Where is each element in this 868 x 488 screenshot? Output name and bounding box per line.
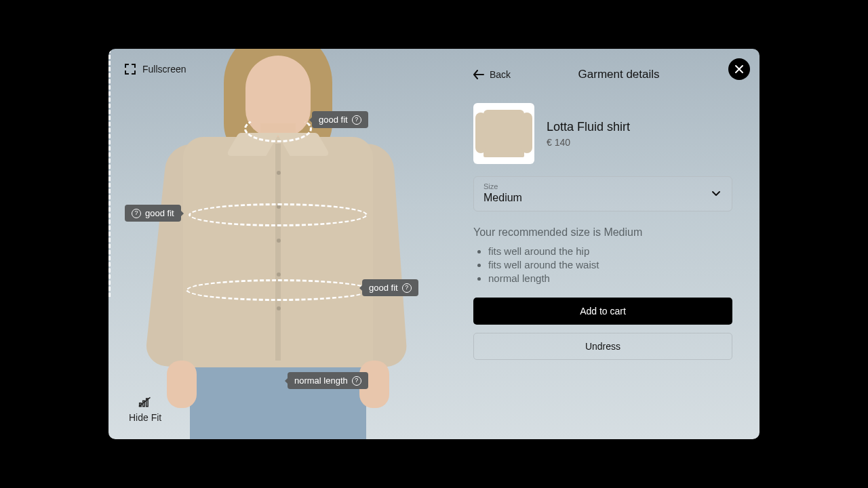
shirt-button-dot: [277, 272, 281, 277]
add-to-cart-button[interactable]: Add to cart: [473, 298, 732, 325]
garment-details-panel: Back Garment details Lotta Fluid shirt €…: [446, 49, 760, 439]
undress-label: Undress: [585, 341, 620, 352]
hide-fit-icon: [138, 396, 152, 408]
shirt-button-dot: [277, 239, 281, 243]
product-name: Lotta Fluid shirt: [547, 120, 630, 134]
fit-notes-list: fits well around the hip fits well aroun…: [488, 245, 732, 284]
help-icon[interactable]: ?: [352, 376, 361, 386]
fit-note: fits well around the hip: [488, 245, 732, 257]
fit-overlay-neck: [244, 115, 312, 142]
size-field-value: Medium: [484, 192, 722, 204]
fullscreen-icon: [125, 64, 136, 75]
fit-badge-length[interactable]: normal length ?: [288, 372, 368, 389]
fit-overlay-length: [108, 49, 111, 297]
fit-badge-label: normal length: [294, 375, 348, 386]
fit-overlay-waist: [186, 279, 370, 301]
panel-title: Garment details: [519, 68, 732, 81]
add-to-cart-label: Add to cart: [580, 306, 626, 317]
back-button[interactable]: Back: [473, 69, 511, 80]
model-preview: good fit ? ? good fit good fit ? normal …: [108, 49, 434, 439]
product-summary: Lotta Fluid shirt € 140: [473, 103, 732, 164]
product-price: € 140: [547, 137, 630, 148]
fit-badge-neck[interactable]: good fit ?: [312, 111, 368, 128]
help-icon[interactable]: ?: [402, 283, 412, 293]
fit-badge-label: good fit: [145, 208, 174, 218]
hide-fit-label: Hide Fit: [129, 412, 161, 423]
fit-badge-label: good fit: [369, 283, 398, 293]
shirt-placket: [275, 144, 281, 361]
hide-fit-button[interactable]: Hide Fit: [129, 396, 161, 423]
model-hand: [167, 361, 197, 408]
fullscreen-button[interactable]: Fullscreen: [125, 64, 186, 75]
size-recommendation: Your recommended size is Medium: [473, 226, 732, 239]
undress-button[interactable]: Undress: [473, 333, 732, 360]
arrow-left-icon: [473, 70, 484, 79]
shirt-button-dot: [277, 306, 281, 310]
size-select[interactable]: Size Medium: [473, 176, 732, 211]
fit-badge-waist[interactable]: good fit ?: [362, 279, 418, 296]
fullscreen-label: Fullscreen: [142, 64, 186, 75]
size-field-label: Size: [484, 182, 722, 190]
fit-overlay-chest: [189, 203, 368, 226]
fit-badge-chest[interactable]: ? good fit: [125, 205, 181, 222]
tryon-modal: good fit ? ? good fit good fit ? normal …: [108, 49, 760, 439]
chevron-down-icon: [711, 190, 721, 197]
product-thumbnail[interactable]: [473, 103, 534, 164]
fit-note: normal length: [488, 272, 732, 284]
shirt-button-dot: [277, 171, 281, 175]
fit-note: fits well around the waist: [488, 259, 732, 270]
help-icon[interactable]: ?: [132, 209, 141, 218]
fit-badge-label: good fit: [319, 115, 348, 125]
back-label: Back: [490, 69, 511, 80]
help-icon[interactable]: ?: [352, 115, 361, 125]
product-thumbnail-image: [484, 110, 524, 157]
